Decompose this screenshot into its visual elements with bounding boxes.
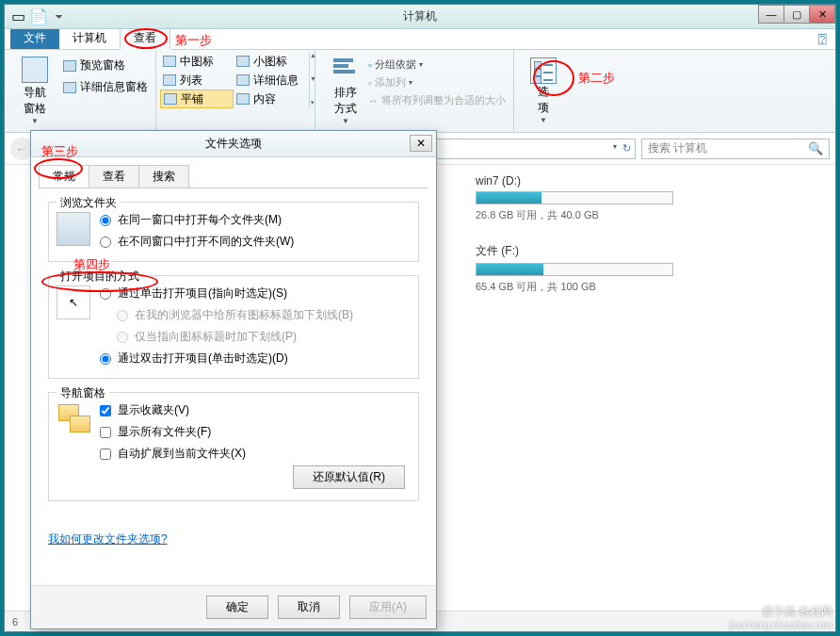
radio-new-window[interactable]: 在不同窗口中打开不同的文件夹(W) [100, 234, 294, 250]
search-box[interactable]: 搜索 计算机 🔍 [641, 139, 830, 159]
browse-folders-fieldset: 浏览文件夹 在同一窗口中打开每个文件夹(M) 在不同窗口中打开不同的文件夹(W) [48, 202, 419, 262]
preview-pane-icon [63, 60, 76, 72]
cancel-button[interactable]: 取消 [278, 595, 340, 619]
refresh-icon[interactable]: ↻ [622, 142, 631, 155]
layout-tiles[interactable]: 平铺 [160, 90, 234, 108]
drive-item[interactable]: 文件 (F:) 65.4 GB 可用，共 100 GB [476, 243, 826, 294]
radio-browser-underline: 在我的浏览器中给所有图标标题加下划线(B) [100, 307, 353, 323]
item-count: 6 [12, 616, 18, 628]
medium-icons-icon [163, 56, 176, 67]
nav-pane-icon [22, 57, 48, 83]
radio-single-click[interactable]: 通过单击打开项目(指向时选定)(S) [100, 285, 353, 302]
group-by-button[interactable]: ▫分组依据 ▾ [368, 57, 506, 72]
check-auto-expand[interactable]: 自动扩展到当前文件夹(X) [100, 446, 246, 462]
sort-icon [331, 57, 360, 85]
details-pane-toggle[interactable]: 详细信息窗格 [63, 79, 148, 95]
nav-pane-fieldset: 导航窗格 显示收藏夹(V) 显示所有文件夹(F) 自动扩展到当前文件夹(X) 还… [48, 392, 419, 501]
drive-info: 26.8 GB 可用，共 40.0 GB [476, 208, 826, 222]
check-show-all-folders[interactable]: 显示所有文件夹(F) [100, 424, 246, 440]
dialog-title: 文件夹选项 [205, 136, 262, 152]
search-icon: 🔍 [808, 141, 823, 155]
dialog-tab-general[interactable]: 常规 [39, 165, 89, 188]
help-link[interactable]: 我如何更改文件夹选项? [48, 531, 168, 547]
click-items-legend: 打开项目的方式 [57, 269, 143, 285]
system-menu-icon[interactable]: ▭ [10, 9, 25, 24]
tab-view[interactable]: 查看 [120, 26, 170, 50]
drive-name: 文件 (F:) [476, 243, 826, 259]
layout-medium-icons[interactable]: 中图标 [160, 52, 234, 71]
layout-content[interactable]: 内容 [234, 90, 307, 108]
preview-pane-toggle[interactable]: 预览窗格 [63, 57, 148, 73]
watermark: 查字典 教程网 jiaocheng.chazidian.com [729, 604, 832, 630]
new-item-icon[interactable]: 📄 [31, 9, 46, 24]
close-button[interactable]: ✕ [809, 5, 835, 24]
drive-info: 65.4 GB 可用，共 100 GB [476, 280, 826, 294]
ribbon-body: 导航 窗格 ▼ 预览窗格 详细信息窗格 中图标 小图标 列表 [5, 50, 835, 133]
minimize-button[interactable]: ― [758, 5, 784, 24]
fit-columns-button: ↔将所有列调整为合适的大小 [368, 93, 506, 107]
chevron-down-icon: ▼ [31, 117, 39, 125]
browse-folders-legend: 浏览文件夹 [57, 195, 121, 211]
qat-dropdown-icon[interactable]: ⏷ [52, 9, 67, 24]
drive-usage-bar [476, 191, 673, 204]
nav-pane-legend: 导航窗格 [57, 385, 109, 401]
click-items-icon: ↖ [57, 285, 90, 319]
nav-pane-icon [57, 402, 90, 436]
window-title: 计算机 [403, 8, 437, 24]
drive-usage-bar [476, 263, 673, 276]
radio-same-window[interactable]: 在同一窗口中打开每个文件夹(M) [100, 212, 294, 228]
tab-computer[interactable]: 计算机 [59, 27, 120, 49]
restore-defaults-button[interactable]: 还原默认值(R) [293, 465, 405, 489]
layout-list[interactable]: 列表 [160, 71, 234, 90]
chevron-down-icon: ▼ [342, 117, 349, 125]
nav-pane-button[interactable]: 导航 窗格 ▼ [12, 54, 57, 128]
layout-details[interactable]: 详细信息 [234, 71, 307, 90]
maximize-button[interactable]: ▢ [783, 5, 810, 24]
ok-button[interactable]: 确定 [206, 595, 268, 619]
add-column-button: ▫添加列 ▾ [368, 75, 506, 90]
tiles-icon [164, 93, 177, 105]
sort-button[interactable]: 排序 方式 ▼ [323, 54, 368, 128]
radio-double-click[interactable]: 通过双击打开项目(单击时选定)(D) [100, 351, 353, 367]
options-button[interactable]: 选 项 ▼ [522, 54, 565, 128]
ribbon-tabs: 文件 计算机 查看 ⍰ [5, 29, 835, 50]
small-icons-icon [236, 56, 250, 67]
apply-button[interactable]: 应用(A) [349, 595, 427, 619]
dialog-titlebar: 文件夹选项 ✕ [31, 131, 436, 157]
dialog-tab-search[interactable]: 搜索 [138, 165, 189, 188]
drive-item[interactable]: win7 (D:) 26.8 GB 可用，共 40.0 GB [476, 174, 826, 222]
details-pane-icon [63, 82, 76, 93]
dialog-close-button[interactable]: ✕ [410, 135, 432, 152]
browse-folders-icon [57, 212, 90, 246]
folder-options-dialog: 文件夹选项 ✕ 常规 查看 搜索 浏览文件夹 在同一窗口中打开每个文件夹(M) … [30, 130, 437, 629]
pane-checks: 预览窗格 详细信息窗格 [57, 54, 148, 128]
content-icon [236, 93, 250, 105]
tab-file[interactable]: 文件 [10, 27, 59, 49]
drive-name: win7 (D:) [476, 174, 826, 188]
layout-small-icons[interactable]: 小图标 [234, 52, 307, 71]
options-icon [530, 57, 557, 84]
list-icon [163, 74, 176, 86]
titlebar: ▭ 📄 ⏷ 计算机 ― ▢ ✕ [5, 5, 835, 29]
click-items-fieldset: 打开项目的方式 ↖ 通过单击打开项目(指向时选定)(S) 在我的浏览器中给所有图… [48, 275, 419, 379]
layout-group: 中图标 小图标 列表 详细信息 平铺 内容 ▲▼▾ [156, 50, 315, 132]
details-icon [236, 74, 250, 86]
check-show-favorites[interactable]: 显示收藏夹(V) [100, 402, 246, 418]
help-icon[interactable]: ⍰ [818, 31, 826, 49]
dialog-tab-view[interactable]: 查看 [89, 165, 139, 188]
radio-point-underline: 仅当指向图标标题时加下划线(P) [100, 329, 353, 345]
chevron-down-icon: ▼ [540, 116, 547, 124]
